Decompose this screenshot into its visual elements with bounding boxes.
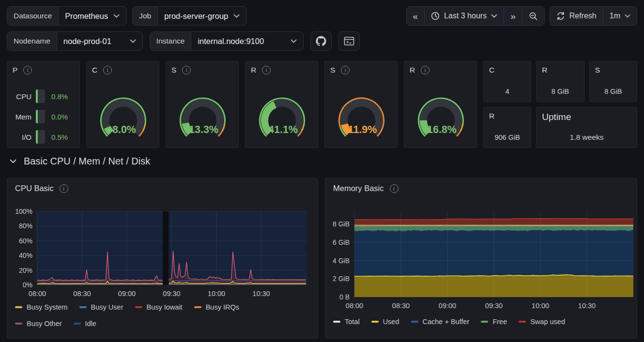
github-link-button[interactable] bbox=[310, 31, 332, 51]
legend-label: Busy User bbox=[91, 303, 123, 311]
svg-text:4 GiB: 4 GiB bbox=[333, 257, 350, 265]
job-control: Job prod-server-group bbox=[132, 6, 246, 26]
info-icon[interactable]: i bbox=[60, 184, 68, 193]
instance-value: internal.node:9100 bbox=[198, 37, 264, 46]
github-icon bbox=[316, 36, 326, 46]
datasource-select[interactable]: Prometheus bbox=[59, 7, 126, 25]
info-icon[interactable]: i bbox=[390, 184, 399, 193]
svg-text:16.8%: 16.8% bbox=[427, 124, 457, 135]
legend-item[interactable]: Busy User bbox=[79, 303, 123, 311]
time-shift-forward-button[interactable]: » bbox=[504, 7, 522, 25]
panel-title: Memory Basic bbox=[333, 184, 384, 193]
legend-item[interactable]: Used bbox=[371, 318, 399, 326]
svg-text:20%: 20% bbox=[19, 267, 32, 274]
legend-label: Free bbox=[492, 318, 507, 326]
panel-title: S bbox=[330, 66, 335, 74]
section-header-basic[interactable]: Basic CPU / Mem / Net / Disk bbox=[10, 156, 150, 167]
nodename-select[interactable]: node-prod-01 bbox=[57, 32, 142, 50]
refresh-button[interactable]: Refresh bbox=[550, 7, 603, 25]
panel-title: C bbox=[489, 66, 494, 74]
row-value: 0.5% bbox=[51, 133, 68, 141]
job-select[interactable]: prod-server-group bbox=[158, 7, 246, 25]
chevron-down-icon bbox=[233, 14, 240, 18]
gauge-panel-root-used: R i 16.8% bbox=[404, 61, 477, 148]
svg-text:100%: 100% bbox=[15, 208, 32, 215]
row-value: 0.8% bbox=[51, 92, 68, 101]
panel-title: R bbox=[542, 66, 547, 74]
time-range-picker[interactable]: Last 3 hours bbox=[425, 7, 504, 25]
info-icon[interactable]: i bbox=[262, 66, 271, 74]
refresh-interval-select[interactable]: 1m bbox=[603, 7, 637, 25]
info-icon[interactable]: i bbox=[23, 66, 32, 74]
instance-label: Instance bbox=[150, 32, 192, 50]
legend-label: Busy IRQs bbox=[206, 303, 239, 311]
info-icon[interactable]: i bbox=[341, 66, 350, 74]
legend-swatch bbox=[135, 306, 142, 308]
legend-item[interactable]: Free bbox=[481, 318, 507, 326]
pressure-panel: P i CPU 0.8% Mem 0.0% I/O 0.5% bbox=[7, 61, 80, 148]
panel-title: R bbox=[489, 112, 494, 120]
legend-swatch bbox=[74, 323, 81, 325]
section-title: Basic CPU / Mem / Net / Disk bbox=[24, 156, 150, 167]
info-icon[interactable]: i bbox=[103, 66, 112, 74]
svg-text:09:00: 09:00 bbox=[439, 302, 456, 310]
svg-text:8 GiB: 8 GiB bbox=[333, 220, 350, 228]
svg-text:08:30: 08:30 bbox=[73, 290, 91, 297]
datasource-value: Prometheus bbox=[65, 12, 108, 21]
instance-select[interactable]: internal.node:9100 bbox=[191, 32, 303, 50]
gauge-panel-cpu-busy: C i 8.0% bbox=[86, 61, 159, 148]
pressure-row-mem: Mem 0.0% bbox=[10, 110, 79, 123]
pressure-rows: CPU 0.8% Mem 0.0% I/O 0.5% bbox=[7, 89, 79, 150]
cpu-time-series-chart[interactable]: 100%80%60%40%20%0%08:0008:3009:0009:3010… bbox=[7, 207, 319, 301]
time-shift-back-button[interactable]: « bbox=[407, 7, 425, 25]
legend-item[interactable]: Busy Iowait bbox=[135, 303, 183, 311]
legend-label: Used bbox=[383, 318, 399, 326]
memory-time-series-chart[interactable]: 8 GiB6 GiB4 GiB2 GiB0 B08:0008:3009:0009… bbox=[325, 207, 638, 314]
legend-item[interactable]: Idle bbox=[74, 320, 96, 327]
info-icon[interactable]: i bbox=[421, 66, 429, 74]
refresh-label: Refresh bbox=[569, 12, 597, 20]
legend-label: Cache + Buffer bbox=[423, 318, 470, 326]
variable-controls-row1: Datasource Prometheus Job prod-server-gr… bbox=[7, 6, 246, 26]
svg-text:6 GiB: 6 GiB bbox=[333, 238, 350, 246]
stat-panel-uptime: Uptime 1.8 weeks bbox=[536, 107, 637, 148]
svg-text:10:30: 10:30 bbox=[578, 302, 596, 310]
svg-text:10:00: 10:00 bbox=[208, 290, 225, 297]
legend-item[interactable]: Cache + Buffer bbox=[411, 318, 470, 326]
svg-text:08:00: 08:00 bbox=[29, 290, 46, 297]
row-label: CPU bbox=[10, 92, 31, 101]
legend-item[interactable]: Swap used bbox=[519, 318, 565, 326]
svg-text:0 B: 0 B bbox=[339, 293, 350, 301]
magnifier-zoom-out-icon bbox=[529, 12, 538, 21]
panel-title: C bbox=[92, 66, 97, 74]
row-value: 0.0% bbox=[51, 113, 68, 121]
svg-text:11.9%: 11.9% bbox=[348, 124, 377, 135]
console-window-button[interactable] bbox=[338, 31, 360, 51]
memory-legend: TotalUsedCache + BufferFreeSwap used bbox=[333, 318, 633, 326]
time-range-value: Last 3 hours bbox=[444, 12, 487, 20]
stat-cluster: C 4 R 8 GiB S 8 GiB R 906 GiB Uptime 1.8… bbox=[483, 61, 637, 148]
double-chevron-right-icon: » bbox=[510, 12, 516, 21]
legend-swatch bbox=[194, 306, 201, 308]
nodename-control: Nodename node-prod-01 bbox=[7, 31, 143, 51]
chevron-down-icon bbox=[491, 14, 497, 18]
stat-panel-swap-total: S 8 GiB bbox=[589, 61, 637, 102]
charts-row: CPU Basic i 100%80%60%40%20%0%08:0008:30… bbox=[7, 178, 637, 339]
svg-text:40%: 40% bbox=[19, 252, 32, 259]
console-window-icon bbox=[344, 36, 354, 46]
svg-text:10:00: 10:00 bbox=[532, 302, 549, 310]
gauge-chart: 16.8% bbox=[404, 74, 477, 149]
zoom-out-button[interactable] bbox=[522, 7, 544, 25]
chevron-down-icon bbox=[10, 159, 16, 164]
info-icon[interactable]: i bbox=[182, 66, 191, 74]
instance-control: Instance internal.node:9100 bbox=[150, 31, 304, 51]
legend-item[interactable]: Busy IRQs bbox=[194, 303, 239, 311]
variable-controls-row2: Nodename node-prod-01 Instance internal.… bbox=[7, 31, 360, 51]
clock-icon bbox=[431, 12, 440, 20]
legend-item[interactable]: Busy Other bbox=[15, 320, 62, 327]
legend-item[interactable]: Total bbox=[333, 318, 360, 326]
stat-value: 1.8 weeks bbox=[537, 133, 637, 142]
gauge-panel-sys-load: S i 13.3% bbox=[166, 61, 239, 148]
nodename-label: Nodename bbox=[7, 32, 57, 50]
legend-item[interactable]: Busy System bbox=[15, 303, 68, 311]
